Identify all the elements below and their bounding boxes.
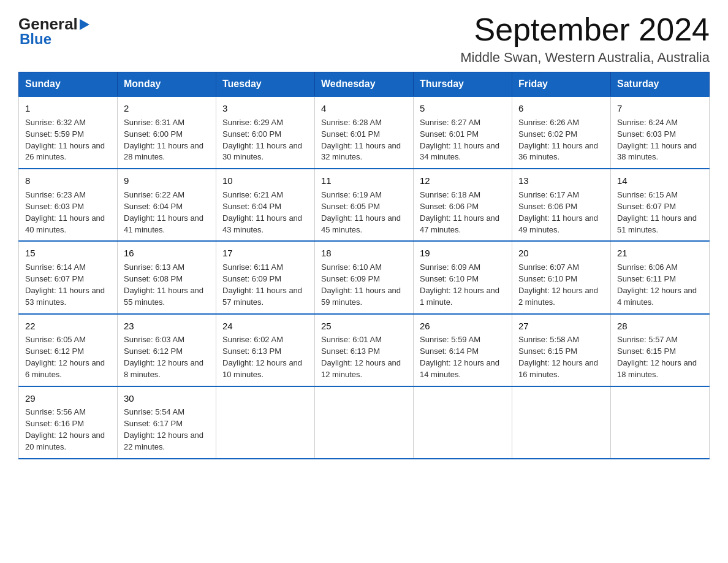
day-info: Sunrise: 6:01 AMSunset: 6:13 PMDaylight:… <box>321 334 407 380</box>
calendar-cell: 30 Sunrise: 5:54 AMSunset: 6:17 PMDaylig… <box>118 386 216 459</box>
day-number: 14 <box>617 174 703 188</box>
day-info: Sunrise: 6:17 AMSunset: 6:06 PMDaylight:… <box>518 190 604 236</box>
col-header-sunday: Sunday <box>19 72 118 97</box>
day-number: 24 <box>222 320 308 333</box>
day-number: 28 <box>617 320 703 333</box>
calendar-cell: 28 Sunrise: 5:57 AMSunset: 6:15 PMDaylig… <box>611 314 710 386</box>
calendar-week-row: 22 Sunrise: 6:05 AMSunset: 6:12 PMDaylig… <box>19 314 710 386</box>
calendar-cell: 4 Sunrise: 6:28 AMSunset: 6:01 PMDayligh… <box>315 96 414 169</box>
calendar-cell: 8 Sunrise: 6:23 AMSunset: 6:03 PMDayligh… <box>19 169 118 241</box>
day-info: Sunrise: 6:21 AMSunset: 6:04 PMDaylight:… <box>222 190 308 236</box>
day-number: 22 <box>25 320 111 333</box>
col-header-monday: Monday <box>118 72 216 97</box>
logo: General Blue <box>18 12 89 47</box>
day-info: Sunrise: 6:14 AMSunset: 6:07 PMDaylight:… <box>25 262 111 308</box>
day-info: Sunrise: 6:02 AMSunset: 6:13 PMDaylight:… <box>222 334 308 380</box>
day-number: 27 <box>518 320 604 333</box>
calendar-cell: 20 Sunrise: 6:07 AMSunset: 6:10 PMDaylig… <box>512 241 611 313</box>
day-info: Sunrise: 6:13 AMSunset: 6:08 PMDaylight:… <box>124 262 210 308</box>
day-info: Sunrise: 5:56 AMSunset: 6:16 PMDaylight:… <box>25 407 111 453</box>
day-info: Sunrise: 6:22 AMSunset: 6:04 PMDaylight:… <box>124 190 210 236</box>
day-info: Sunrise: 5:58 AMSunset: 6:15 PMDaylight:… <box>518 334 604 380</box>
day-number: 19 <box>420 247 506 260</box>
col-header-thursday: Thursday <box>414 72 512 97</box>
calendar-cell <box>414 386 512 459</box>
day-info: Sunrise: 5:57 AMSunset: 6:15 PMDaylight:… <box>617 334 703 380</box>
day-number: 26 <box>420 320 506 333</box>
day-info: Sunrise: 6:26 AMSunset: 6:02 PMDaylight:… <box>518 117 604 163</box>
day-number: 23 <box>124 320 210 333</box>
day-number: 10 <box>222 174 308 188</box>
day-info: Sunrise: 6:18 AMSunset: 6:06 PMDaylight:… <box>420 190 506 236</box>
day-number: 15 <box>25 247 111 260</box>
day-info: Sunrise: 6:15 AMSunset: 6:07 PMDaylight:… <box>617 190 703 236</box>
calendar-cell: 15 Sunrise: 6:14 AMSunset: 6:07 PMDaylig… <box>19 241 118 313</box>
calendar-cell <box>512 386 611 459</box>
calendar-cell: 1 Sunrise: 6:32 AMSunset: 5:59 PMDayligh… <box>19 96 118 169</box>
calendar-week-row: 29 Sunrise: 5:56 AMSunset: 6:16 PMDaylig… <box>19 386 710 459</box>
calendar-cell: 27 Sunrise: 5:58 AMSunset: 6:15 PMDaylig… <box>512 314 611 386</box>
calendar-week-row: 15 Sunrise: 6:14 AMSunset: 6:07 PMDaylig… <box>19 241 710 313</box>
calendar-cell: 29 Sunrise: 5:56 AMSunset: 6:16 PMDaylig… <box>19 386 118 459</box>
day-number: 12 <box>420 174 506 188</box>
day-info: Sunrise: 5:59 AMSunset: 6:14 PMDaylight:… <box>420 334 506 380</box>
col-header-friday: Friday <box>512 72 611 97</box>
day-info: Sunrise: 6:09 AMSunset: 6:10 PMDaylight:… <box>420 262 506 308</box>
calendar-cell: 5 Sunrise: 6:27 AMSunset: 6:01 PMDayligh… <box>414 96 512 169</box>
day-number: 8 <box>25 174 111 188</box>
calendar-cell: 6 Sunrise: 6:26 AMSunset: 6:02 PMDayligh… <box>512 96 611 169</box>
day-info: Sunrise: 6:19 AMSunset: 6:05 PMDaylight:… <box>321 190 407 236</box>
logo-blue-text: Blue <box>20 32 89 47</box>
calendar-cell: 9 Sunrise: 6:22 AMSunset: 6:04 PMDayligh… <box>118 169 216 241</box>
day-number: 21 <box>617 247 703 260</box>
day-info: Sunrise: 6:31 AMSunset: 6:00 PMDaylight:… <box>124 117 210 163</box>
day-number: 5 <box>420 102 506 115</box>
calendar-cell: 12 Sunrise: 6:18 AMSunset: 6:06 PMDaylig… <box>414 169 512 241</box>
day-info: Sunrise: 6:11 AMSunset: 6:09 PMDaylight:… <box>222 262 308 308</box>
day-number: 16 <box>124 247 210 260</box>
day-number: 17 <box>222 247 308 260</box>
calendar-cell <box>216 386 315 459</box>
calendar-cell: 7 Sunrise: 6:24 AMSunset: 6:03 PMDayligh… <box>611 96 710 169</box>
day-number: 9 <box>124 174 210 188</box>
day-info: Sunrise: 6:27 AMSunset: 6:01 PMDaylight:… <box>420 117 506 163</box>
page-subtitle: Middle Swan, Western Australia, Australi… <box>460 50 710 66</box>
day-info: Sunrise: 6:10 AMSunset: 6:09 PMDaylight:… <box>321 262 407 308</box>
day-number: 29 <box>25 392 111 405</box>
day-info: Sunrise: 6:28 AMSunset: 6:01 PMDaylight:… <box>321 117 407 163</box>
calendar-cell: 2 Sunrise: 6:31 AMSunset: 6:00 PMDayligh… <box>118 96 216 169</box>
calendar-cell: 22 Sunrise: 6:05 AMSunset: 6:12 PMDaylig… <box>19 314 118 386</box>
calendar-cell: 11 Sunrise: 6:19 AMSunset: 6:05 PMDaylig… <box>315 169 414 241</box>
title-area: September 2024 Middle Swan, Western Aust… <box>460 12 710 66</box>
calendar-cell: 24 Sunrise: 6:02 AMSunset: 6:13 PMDaylig… <box>216 314 315 386</box>
day-info: Sunrise: 6:06 AMSunset: 6:11 PMDaylight:… <box>617 262 703 308</box>
page-title: September 2024 <box>460 12 710 47</box>
page-header: General Blue September 2024 Middle Swan,… <box>18 12 710 66</box>
day-number: 4 <box>321 102 407 115</box>
calendar-cell: 23 Sunrise: 6:03 AMSunset: 6:12 PMDaylig… <box>118 314 216 386</box>
col-header-wednesday: Wednesday <box>315 72 414 97</box>
calendar-cell: 26 Sunrise: 5:59 AMSunset: 6:14 PMDaylig… <box>414 314 512 386</box>
calendar-cell: 17 Sunrise: 6:11 AMSunset: 6:09 PMDaylig… <box>216 241 315 313</box>
day-number: 6 <box>518 102 604 115</box>
day-number: 3 <box>222 102 308 115</box>
day-info: Sunrise: 6:29 AMSunset: 6:00 PMDaylight:… <box>222 117 308 163</box>
day-number: 1 <box>25 102 111 115</box>
day-info: Sunrise: 6:07 AMSunset: 6:10 PMDaylight:… <box>518 262 604 308</box>
calendar-cell: 16 Sunrise: 6:13 AMSunset: 6:08 PMDaylig… <box>118 241 216 313</box>
logo-arrow-icon <box>80 19 89 30</box>
day-info: Sunrise: 6:24 AMSunset: 6:03 PMDaylight:… <box>617 117 703 163</box>
day-number: 7 <box>617 102 703 115</box>
calendar-cell: 19 Sunrise: 6:09 AMSunset: 6:10 PMDaylig… <box>414 241 512 313</box>
col-header-tuesday: Tuesday <box>216 72 315 97</box>
calendar-cell: 18 Sunrise: 6:10 AMSunset: 6:09 PMDaylig… <box>315 241 414 313</box>
calendar-cell: 13 Sunrise: 6:17 AMSunset: 6:06 PMDaylig… <box>512 169 611 241</box>
logo-general-text: General <box>18 16 78 32</box>
day-number: 20 <box>518 247 604 260</box>
calendar-cell: 21 Sunrise: 6:06 AMSunset: 6:11 PMDaylig… <box>611 241 710 313</box>
day-info: Sunrise: 6:23 AMSunset: 6:03 PMDaylight:… <box>25 190 111 236</box>
day-number: 18 <box>321 247 407 260</box>
calendar-cell <box>611 386 710 459</box>
col-header-saturday: Saturday <box>611 72 710 97</box>
day-info: Sunrise: 6:32 AMSunset: 5:59 PMDaylight:… <box>25 117 111 163</box>
